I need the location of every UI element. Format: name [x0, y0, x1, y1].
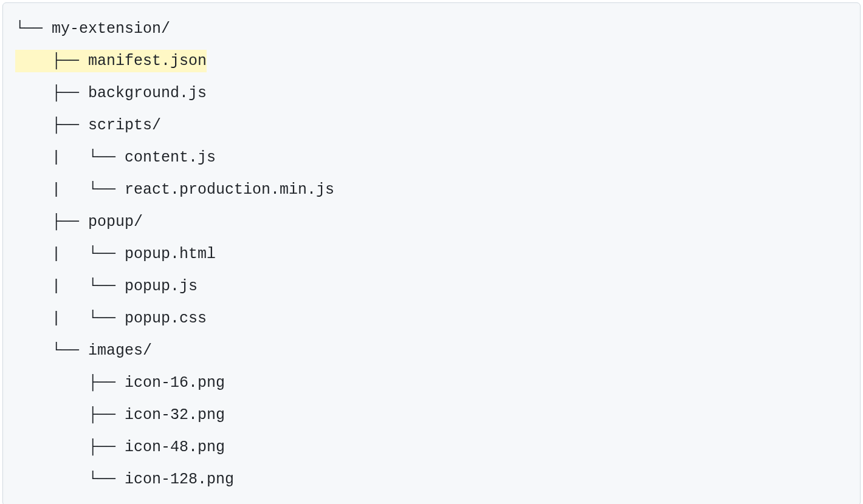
tree-row-10: └── images/	[3, 335, 860, 367]
file-tree-container: └── my-extension/ ├── manifest.json ├── …	[2, 2, 861, 504]
tree-item-name: icon-128.png	[125, 468, 234, 491]
tree-row-2: ├── background.js	[3, 77, 860, 109]
tree-prefix: └──	[15, 18, 52, 41]
tree-row-14: └── icon-128.png	[3, 463, 860, 495]
tree-prefix: ├──	[15, 404, 125, 427]
tree-item-name: popup/	[88, 211, 143, 234]
tree-item-name: background.js	[88, 82, 207, 105]
tree-prefix: | └──	[15, 307, 125, 330]
tree-prefix: ├──	[15, 436, 125, 459]
tree-prefix: └──	[15, 468, 125, 491]
tree-item-name: popup.js	[125, 275, 198, 298]
tree-row-7: | └── popup.html	[3, 238, 860, 270]
tree-item-name: manifest.json	[88, 52, 207, 70]
tree-prefix: | └──	[15, 275, 125, 298]
tree-prefix: ├──	[15, 114, 88, 137]
tree-row-9: | └── popup.css	[3, 302, 860, 335]
tree-item-name: images/	[88, 339, 152, 363]
tree-prefix: ├──	[15, 82, 88, 105]
tree-item-name: icon-16.png	[125, 372, 225, 395]
tree-prefix: | └──	[15, 146, 125, 169]
tree-item-name: popup.css	[125, 307, 207, 330]
tree-item-name: react.production.min.js	[125, 179, 334, 202]
tree-row-11: ├── icon-16.png	[3, 367, 860, 399]
tree-row-5: | └── react.production.min.js	[3, 174, 860, 206]
tree-item-name: popup.html	[125, 243, 216, 266]
tree-item-name: icon-48.png	[125, 436, 225, 459]
tree-prefix: | └──	[15, 243, 125, 266]
tree-row-0: └── my-extension/	[3, 13, 860, 45]
tree-prefix: | └──	[15, 179, 125, 202]
tree-row-12: ├── icon-32.png	[3, 399, 860, 431]
tree-row-3: ├── scripts/	[3, 109, 860, 141]
tree-item-name: icon-32.png	[125, 404, 225, 427]
tree-prefix: ├──	[15, 211, 88, 234]
tree-item-name: scripts/	[88, 114, 161, 137]
tree-prefix: ├──	[15, 52, 88, 70]
tree-row-8: | └── popup.js	[3, 270, 860, 302]
tree-item-name: my-extension/	[52, 18, 170, 41]
tree-item-name: content.js	[125, 146, 216, 169]
tree-row-6: ├── popup/	[3, 206, 860, 238]
tree-row-13: ├── icon-48.png	[3, 431, 860, 463]
tree-row-1: ├── manifest.json	[3, 45, 860, 77]
tree-prefix: ├──	[15, 372, 125, 395]
tree-prefix: └──	[15, 339, 88, 363]
tree-row-4: | └── content.js	[3, 141, 860, 174]
